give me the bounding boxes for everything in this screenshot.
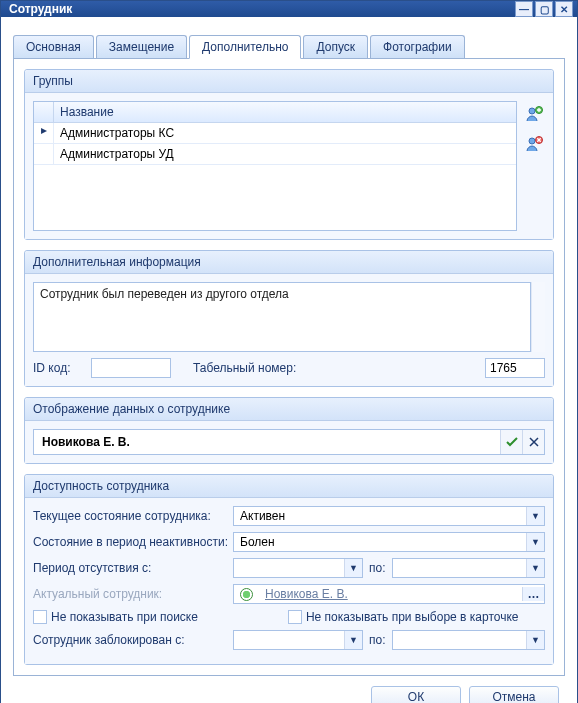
- tab-additional[interactable]: Дополнительно: [189, 35, 301, 59]
- window-title: Сотрудник: [5, 2, 513, 16]
- memo-scrollbar[interactable]: [531, 282, 545, 352]
- tab-substitution[interactable]: Замещение: [96, 35, 187, 59]
- remove-group-button[interactable]: [523, 133, 545, 155]
- cell-name: Администраторы КС: [54, 123, 516, 143]
- maximize-button[interactable]: ▢: [535, 1, 553, 17]
- chevron-down-icon[interactable]: ▼: [344, 631, 362, 649]
- actual-employee-link[interactable]: Новикова Е. В.: [259, 585, 522, 603]
- cancel-button[interactable]: Отмена: [469, 686, 559, 703]
- current-state-value: Активен: [234, 507, 526, 525]
- id-input[interactable]: [91, 358, 171, 378]
- add-group-button[interactable]: [523, 103, 545, 125]
- display-title: Отображение данных о сотруднике: [25, 398, 553, 421]
- blocked-to-date[interactable]: ▼: [392, 630, 545, 650]
- table-row[interactable]: Администраторы УД: [34, 144, 516, 165]
- clear-button[interactable]: [522, 430, 544, 454]
- client-area: Основная Замещение Дополнительно Допуск …: [1, 17, 577, 703]
- inactive-state-combo[interactable]: Болен ▼: [233, 532, 545, 552]
- current-state-label: Текущее состояние сотрудника:: [33, 509, 233, 523]
- ok-button[interactable]: ОК: [371, 686, 461, 703]
- id-label: ID код:: [33, 361, 85, 375]
- minimize-button[interactable]: —: [515, 1, 533, 17]
- groups-panel: Группы Название ▸ Администраторы КС: [24, 69, 554, 240]
- user-remove-icon: [525, 135, 543, 153]
- absence-from-date[interactable]: ▼: [233, 558, 363, 578]
- titlebar: Сотрудник — ▢ ✕: [1, 1, 577, 17]
- close-button[interactable]: ✕: [555, 1, 573, 17]
- table-row[interactable]: ▸ Администраторы КС: [34, 123, 516, 144]
- radio-on-icon: [240, 588, 253, 601]
- blocked-from-label: Сотрудник заблокирован с:: [33, 633, 233, 647]
- chevron-down-icon[interactable]: ▼: [526, 507, 544, 525]
- hide-search-label: Не показывать при поиске: [51, 610, 198, 624]
- groups-title: Группы: [25, 70, 553, 93]
- dialog-footer: ОК Отмена: [13, 676, 565, 703]
- to-label-1: по:: [369, 561, 386, 575]
- to-label-2: по:: [369, 633, 386, 647]
- check-icon: [505, 435, 519, 449]
- extra-info-title: Дополнительная информация: [25, 251, 553, 274]
- chevron-down-icon[interactable]: ▼: [344, 559, 362, 577]
- hide-card-label: Не показывать при выборе в карточке: [306, 610, 519, 624]
- user-add-icon: [525, 105, 543, 123]
- tab-access[interactable]: Допуск: [303, 35, 368, 59]
- availability-panel: Доступность сотрудника Текущее состояние…: [24, 474, 554, 665]
- tabstrip: Основная Замещение Дополнительно Допуск …: [13, 35, 565, 59]
- row-indicator-icon: ▸: [34, 123, 54, 143]
- inactive-state-value: Болен: [234, 533, 526, 551]
- absence-from-label: Период отсутствия с:: [33, 561, 233, 575]
- svg-point-2: [529, 138, 535, 144]
- tabno-input[interactable]: [485, 358, 545, 378]
- blocked-from-date[interactable]: ▼: [233, 630, 363, 650]
- browse-button[interactable]: …: [522, 587, 544, 601]
- col-name[interactable]: Название: [54, 102, 516, 122]
- chevron-down-icon[interactable]: ▼: [526, 533, 544, 551]
- chevron-down-icon[interactable]: ▼: [526, 559, 544, 577]
- inactive-state-label: Состояние в период неактивности:: [33, 535, 233, 549]
- x-icon: [528, 436, 540, 448]
- groups-grid[interactable]: Название ▸ Администраторы КС Администрат…: [33, 101, 517, 231]
- extra-info-panel: Дополнительная информация ID код: Табель…: [24, 250, 554, 387]
- absence-to-date[interactable]: ▼: [392, 558, 545, 578]
- tab-body: Группы Название ▸ Администраторы КС: [13, 58, 565, 676]
- accept-button[interactable]: [500, 430, 522, 454]
- display-field: Новикова Е. В.: [33, 429, 545, 455]
- employee-dialog: Сотрудник — ▢ ✕ Основная Замещение Допол…: [0, 0, 578, 703]
- availability-title: Доступность сотрудника: [25, 475, 553, 498]
- hide-card-checkbox[interactable]: [288, 610, 302, 624]
- chevron-down-icon[interactable]: ▼: [526, 631, 544, 649]
- row-indicator-icon: [34, 144, 54, 164]
- tab-photos[interactable]: Фотографии: [370, 35, 465, 59]
- display-value[interactable]: Новикова Е. В.: [34, 430, 500, 454]
- tab-main[interactable]: Основная: [13, 35, 94, 59]
- tabno-label: Табельный номер:: [193, 361, 296, 375]
- display-panel: Отображение данных о сотруднике Новикова…: [24, 397, 554, 464]
- svg-point-0: [529, 108, 535, 114]
- actual-employee-label: Актуальный сотрудник:: [33, 587, 233, 601]
- current-state-combo[interactable]: Активен ▼: [233, 506, 545, 526]
- cell-name: Администраторы УД: [54, 144, 516, 164]
- notes-memo[interactable]: [33, 282, 531, 352]
- hide-search-checkbox[interactable]: [33, 610, 47, 624]
- grid-indicator-header: [34, 102, 54, 122]
